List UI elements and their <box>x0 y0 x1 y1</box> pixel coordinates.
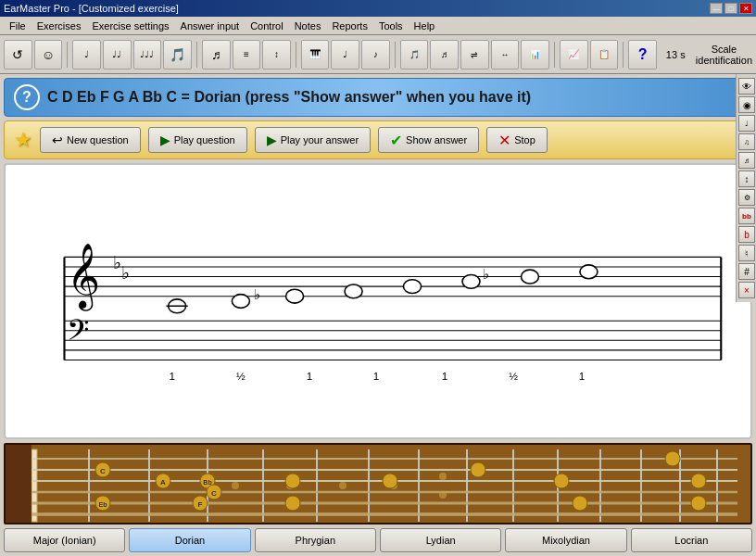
toolbar-btn-6[interactable]: ≡ <box>233 40 261 70</box>
toolbar-btn-2[interactable]: ♩♩ <box>103 40 132 70</box>
minimize-button[interactable]: — <box>710 3 723 14</box>
svg-point-84 <box>665 451 680 466</box>
new-question-button[interactable]: ↩ New question <box>40 127 141 153</box>
toolbar-btn-13[interactable]: ⇌ <box>460 40 489 70</box>
svg-rect-87 <box>6 445 32 524</box>
toolbar-btn-9[interactable]: ♩ <box>331 40 359 70</box>
svg-text:Bb: Bb <box>203 479 211 486</box>
play-question-button[interactable]: ▶ Play question <box>148 127 247 153</box>
play-answer-icon: ▶ <box>267 133 277 147</box>
svg-point-26 <box>580 265 598 279</box>
svg-point-86 <box>691 496 706 511</box>
svg-point-22 <box>404 280 422 294</box>
svg-text:½: ½ <box>509 370 518 382</box>
scale-mixolydian-button[interactable]: Mixolydian <box>505 528 626 552</box>
toolbar-btn-12[interactable]: ♬ <box>430 40 459 70</box>
toolbar-btn-7[interactable]: ↕ <box>262 40 291 70</box>
right-btn-4[interactable]: ↕ <box>738 171 755 187</box>
scale-phrygian-button[interactable]: Phrygian <box>255 528 376 552</box>
menu-reports[interactable]: Reports <box>326 19 373 33</box>
play-answer-label: Play your answer <box>281 134 359 145</box>
star-icon: ★ <box>14 128 32 152</box>
svg-text:♭: ♭ <box>254 287 260 302</box>
toolbar-settings2[interactable]: 📋 <box>590 40 619 70</box>
right-btn-2[interactable]: ♫ <box>738 133 755 150</box>
right-btn-1[interactable]: ♩ <box>738 115 755 132</box>
svg-point-81 <box>471 462 485 477</box>
toolbar-btn-5[interactable]: ♬ <box>202 40 231 70</box>
menu-exercises[interactable]: Exercises <box>32 19 87 33</box>
fretboard-svg: G D C Eb A F Bb C <box>6 445 750 524</box>
svg-text:𝄢: 𝄢 <box>67 314 89 353</box>
svg-text:F: F <box>198 500 203 509</box>
toolbar-exercise-title: Scale identification <box>696 44 752 66</box>
svg-text:C: C <box>100 467 106 475</box>
right-panel: 👁 ◉ ♩ ♫ ♬ ↕ ⚙ bb b ♮ # × <box>736 74 756 302</box>
right-btn-6[interactable]: bb <box>738 208 755 224</box>
svg-text:♭: ♭ <box>121 263 130 283</box>
restore-button[interactable]: □ <box>724 3 737 14</box>
scale-locrian-button[interactable]: Locrian <box>631 528 752 552</box>
toolbar-btn-4[interactable]: 🎵 <box>163 40 192 70</box>
toolbar-exercises[interactable]: ☺ <box>34 40 63 70</box>
menu-help[interactable]: Help <box>409 19 441 33</box>
toolbar-btn-1[interactable]: ♩ <box>72 40 101 70</box>
close-button[interactable]: ✕ <box>739 3 752 14</box>
toolbar-btn-3[interactable]: ♩♩♩ <box>133 40 162 70</box>
scale-dorian-button[interactable]: Dorian <box>129 528 250 552</box>
toolbar-btn-14[interactable]: ↔ <box>491 40 520 70</box>
svg-text:1: 1 <box>307 370 312 382</box>
svg-point-23 <box>462 274 480 288</box>
toolbar-btn-8[interactable]: 🎹 <box>301 40 330 70</box>
right-btn-9[interactable]: # <box>738 263 755 280</box>
right-btn-8[interactable]: ♮ <box>738 245 755 261</box>
menu-notes[interactable]: Notes <box>289 19 327 33</box>
play-question-label: Play question <box>174 134 235 145</box>
toolbar-separator-3 <box>296 42 296 68</box>
svg-point-85 <box>691 474 706 488</box>
stop-icon: ✕ <box>498 132 510 149</box>
menu-control[interactable]: Control <box>245 19 288 33</box>
toolbar-btn-11[interactable]: 🎵 <box>400 40 429 70</box>
play-answer-button[interactable]: ▶ Play your answer <box>255 127 371 153</box>
question-icon: ? <box>14 84 40 110</box>
svg-text:♭: ♭ <box>483 267 489 282</box>
play-question-icon: ▶ <box>160 133 170 147</box>
stop-button[interactable]: ✕ Stop <box>486 127 548 153</box>
svg-text:½: ½ <box>236 370 246 382</box>
menu-tools[interactable]: Tools <box>373 19 409 33</box>
toolbar-separator-1 <box>67 42 68 68</box>
svg-text:1: 1 <box>170 370 175 382</box>
new-question-label: New question <box>67 134 129 145</box>
scale-lydian-button[interactable]: Lydian <box>380 528 501 552</box>
toolbar-time: 13 s <box>666 49 694 60</box>
menu-answer-input[interactable]: Answer input <box>175 19 246 33</box>
toolbar-help[interactable]: ? <box>628 40 657 70</box>
svg-point-80 <box>383 474 397 488</box>
menu-file[interactable]: File <box>4 19 32 33</box>
right-btn-eye[interactable]: ◉ <box>738 96 755 113</box>
svg-point-78 <box>285 474 300 488</box>
right-btn-5[interactable]: ⚙ <box>738 189 755 206</box>
stop-label: Stop <box>514 134 536 145</box>
toolbar-back[interactable]: ↺ <box>4 40 32 70</box>
svg-rect-34 <box>6 445 750 524</box>
toolbar-stats[interactable]: 📈 <box>560 40 588 70</box>
toolbar-btn-15[interactable]: 📊 <box>521 40 549 70</box>
svg-text:𝄞: 𝄞 <box>67 244 100 311</box>
toolbar-btn-10[interactable]: ♪ <box>361 40 390 70</box>
right-btn-view[interactable]: 👁 <box>738 78 755 95</box>
svg-text:C: C <box>211 489 217 498</box>
svg-text:Eb: Eb <box>99 501 107 508</box>
show-answer-button[interactable]: ✔ Show answer <box>378 127 479 153</box>
guitar-fretboard: G D C Eb A F Bb C <box>4 443 752 524</box>
menu-bar: File Exercises Exercise settings Answer … <box>0 17 756 35</box>
scale-major-button[interactable]: Major (Ionian) <box>4 528 125 552</box>
menu-exercise-settings[interactable]: Exercise settings <box>86 19 174 33</box>
right-btn-3[interactable]: ♬ <box>738 152 755 169</box>
svg-rect-35 <box>32 449 37 522</box>
right-btn-10[interactable]: × <box>738 282 755 298</box>
svg-text:1: 1 <box>579 370 585 382</box>
right-btn-7[interactable]: b <box>738 226 755 243</box>
svg-point-79 <box>285 496 300 511</box>
